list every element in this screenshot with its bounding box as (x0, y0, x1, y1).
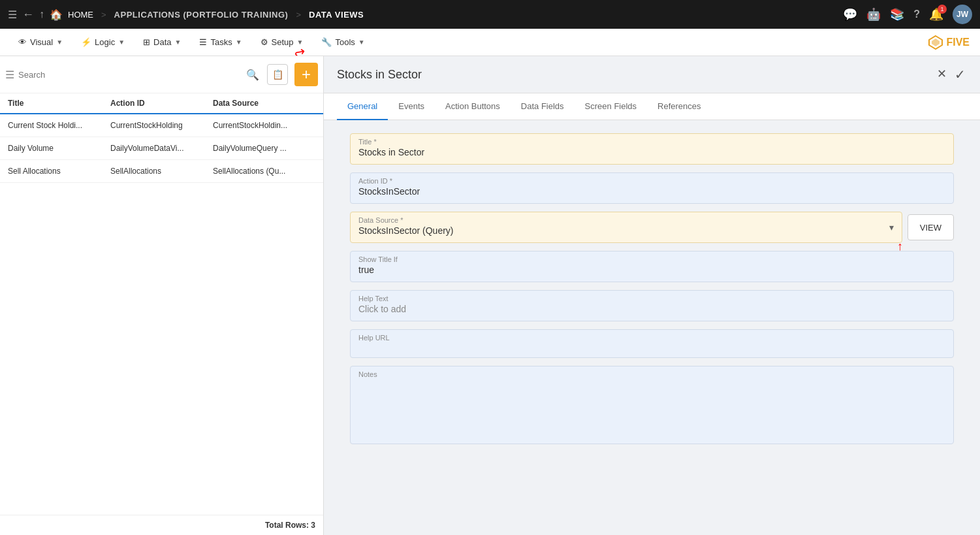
second-navbar: 👁 Visual ▼ ⚡ Logic ▼ ⊞ Data ▼ ☰ Tasks ▼ … (0, 29, 980, 56)
title-field: Title * Stocks in Sector (350, 133, 954, 165)
nav-tasks[interactable]: ☰ Tasks ▼ (191, 33, 249, 51)
main-layout: ☰ 🔍 📋 + ↩ Title Action ID Data Source Cu… (0, 56, 980, 535)
nav-logic[interactable]: ⚡ Logic ▼ (73, 33, 133, 51)
nav-visual[interactable]: 👁 Visual ▼ (10, 33, 71, 51)
nav-visual-label: Visual (30, 37, 53, 47)
header-actions: ✕ ✓ (936, 65, 967, 84)
add-icon: + (302, 67, 311, 82)
menu-icon[interactable]: ☰ (8, 8, 17, 21)
col-header-title: Title (8, 99, 110, 108)
tab-events[interactable]: Events (388, 93, 435, 120)
tab-action-buttons-label: Action Buttons (445, 101, 500, 111)
tab-action-buttons[interactable]: Action Buttons (435, 93, 511, 120)
tools-caret: ▼ (358, 39, 365, 46)
bot-icon[interactable]: 🤖 (866, 7, 881, 22)
tab-screen-fields[interactable]: Screen Fields (575, 93, 647, 120)
five-logo-text: FIVE (946, 37, 970, 48)
data-table: Title Action ID Data Source Current Stoc… (0, 93, 323, 515)
right-panel: Stocks in Sector ✕ ✓ General Events Acti… (324, 56, 980, 535)
tasks-caret: ▼ (236, 39, 242, 46)
datasource-row: Data Source * StocksInSector (Query) ▾ V… (350, 212, 954, 243)
help-text-field: Help Text Click to add (350, 290, 954, 321)
breadcrumb-sep2: > (296, 10, 301, 20)
datasource-arrow: ↑ (897, 240, 903, 253)
setup-icon: ⚙ (261, 37, 268, 47)
nav-logic-label: Logic (95, 37, 115, 47)
notifications-icon[interactable]: 🔔 1 (929, 7, 943, 22)
tab-references-label: References (657, 101, 701, 111)
close-icon[interactable]: ✕ (936, 65, 948, 84)
title-value[interactable]: Stocks in Sector (358, 147, 424, 157)
copy-icon: 📋 (272, 69, 283, 80)
nav-data[interactable]: ⊞ Data ▼ (135, 33, 189, 51)
up-icon[interactable]: ↑ (39, 8, 44, 20)
row-2-data-source: SellAllocations (Qu... (213, 167, 315, 176)
data-icon: ⊞ (143, 37, 150, 47)
notification-badge: 1 (938, 5, 947, 14)
show-title-label: Show Title If (358, 255, 945, 263)
left-panel: ☰ 🔍 📋 + ↩ Title Action ID Data Source Cu… (0, 56, 324, 535)
tasks-icon: ☰ (199, 37, 207, 47)
tabs-bar: General Events Action Buttons Data Field… (324, 93, 980, 120)
show-title-value[interactable]: true (358, 265, 374, 275)
library-icon[interactable]: 📚 (890, 7, 904, 22)
tab-references[interactable]: References (647, 93, 711, 120)
help-icon[interactable]: ? (913, 8, 920, 20)
datasource-value[interactable]: StocksInSector (Query) (358, 225, 874, 236)
breadcrumb-sep1: > (101, 10, 106, 20)
show-title-field: Show Title If true (350, 251, 954, 282)
search-input[interactable] (18, 70, 242, 80)
visual-icon: 👁 (18, 37, 27, 47)
app-breadcrumb[interactable]: APPLICATIONS (PORTFOLIO TRAINING) (114, 10, 289, 20)
nav-tools[interactable]: 🔧 Tools ▼ (313, 33, 372, 51)
confirm-icon[interactable]: ✓ (953, 65, 967, 84)
row-1-title: Daily Volume (8, 144, 110, 153)
panel-header: Stocks in Sector ✕ ✓ (324, 56, 980, 93)
tab-data-fields-label: Data Fields (521, 101, 564, 111)
datasource-field: Data Source * StocksInSector (Query) ▾ (350, 212, 902, 243)
notes-label: Notes (358, 370, 945, 378)
add-button[interactable]: + (294, 63, 318, 86)
help-text-value[interactable]: Click to add (358, 304, 406, 314)
table-row[interactable]: Sell Allocations SellAllocations SellAll… (0, 160, 323, 183)
tools-icon: 🔧 (321, 37, 332, 47)
data-caret: ▼ (175, 39, 182, 46)
avatar[interactable]: JW (953, 5, 972, 24)
col-header-action-id: Action ID (110, 99, 213, 108)
help-url-field: Help URL (350, 329, 954, 358)
chat-icon[interactable]: 💬 (843, 7, 857, 22)
tab-general[interactable]: General (337, 93, 388, 120)
nav-tools-label: Tools (335, 37, 355, 47)
search-icon[interactable]: 🔍 (246, 69, 259, 81)
datasource-dropdown-icon[interactable]: ▾ (881, 222, 902, 233)
logic-icon: ⚡ (81, 37, 91, 47)
tab-general-label: General (347, 101, 377, 111)
title-label: Title * (358, 138, 945, 146)
view-button[interactable]: VIEW (908, 214, 954, 240)
row-2-title: Sell Allocations (8, 167, 110, 176)
nav-data-label: Data (153, 37, 171, 47)
row-0-data-source: CurrentStockHoldin... (213, 121, 315, 130)
panel-title: Stocks in Sector (337, 68, 422, 82)
row-0-title: Current Stock Holdi... (8, 121, 110, 130)
table-row[interactable]: Daily Volume DailyVolumeDataVi... DailyV… (0, 137, 323, 160)
top-navbar: ☰ ← ↑ 🏠 HOME > APPLICATIONS (PORTFOLIO T… (0, 0, 980, 29)
dataviews-breadcrumb[interactable]: DATA VIEWS (309, 10, 364, 20)
five-logo: FIVE (928, 35, 970, 50)
table-header: Title Action ID Data Source (0, 93, 323, 114)
tab-screen-fields-label: Screen Fields (585, 101, 637, 111)
notes-field: Notes (350, 366, 954, 444)
filter-icon: ☰ (5, 69, 14, 81)
total-rows-label: Total Rows: 3 (265, 521, 315, 530)
tab-events-label: Events (398, 101, 424, 111)
datasource-label: Data Source * (358, 216, 874, 224)
row-1-action-id: DailyVolumeDataVi... (110, 144, 213, 153)
back-icon[interactable]: ← (22, 8, 34, 22)
col-header-data-source: Data Source (213, 99, 315, 108)
home-label[interactable]: HOME (68, 10, 93, 20)
copy-button[interactable]: 📋 (267, 64, 288, 85)
tab-data-fields[interactable]: Data Fields (511, 93, 575, 120)
help-text-label: Help Text (358, 295, 945, 302)
action-id-value[interactable]: StocksInSector (358, 186, 420, 197)
table-row[interactable]: Current Stock Holdi... CurrentStockHoldi… (0, 114, 323, 137)
